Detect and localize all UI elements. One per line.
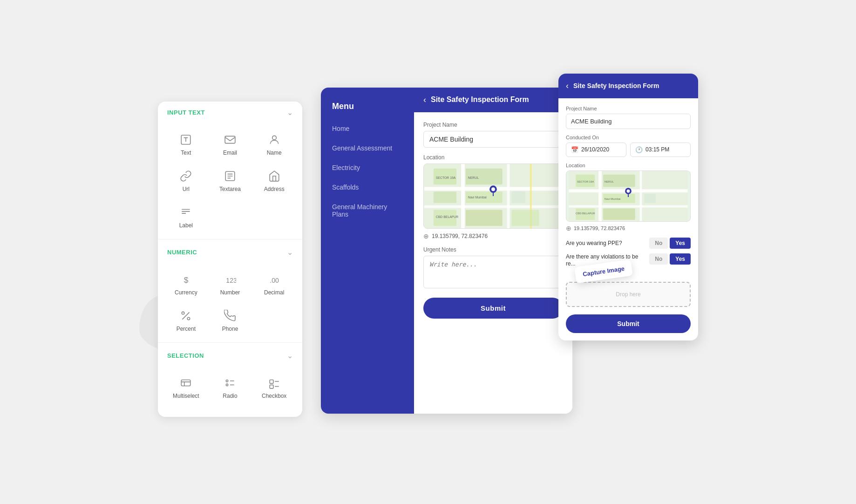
selection-grid: Multiselect Radio Checkbox — [158, 367, 302, 408]
svg-rect-28 — [434, 191, 456, 203]
widget-name-label: Name — [267, 150, 282, 156]
form-back-button[interactable]: ‹ — [423, 95, 426, 105]
widget-phone[interactable]: Phone — [210, 302, 251, 336]
menu-item-scaffolds[interactable]: Scaffolds — [321, 177, 414, 197]
date-value: 26/10/2020 — [581, 146, 609, 153]
svg-text:CBD BELAPUR: CBD BELAPUR — [436, 215, 459, 218]
mobile-project-name-input[interactable] — [566, 114, 691, 129]
violations-no-button[interactable]: No — [649, 253, 668, 265]
currency-icon: $ — [178, 272, 194, 287]
mobile-coords-text: 19.135799, 72.823476 — [574, 225, 625, 231]
widget-percent[interactable]: Percent — [165, 302, 207, 336]
svg-rect-48 — [603, 208, 635, 220]
ppe-yes-button[interactable]: Yes — [670, 238, 691, 249]
widget-checkbox-label: Checkbox — [262, 393, 286, 399]
mobile-form-header: ‹ Site Safety Inspection Form — [558, 74, 698, 98]
multiselect-icon — [178, 375, 194, 391]
location-map[interactable]: SECTOR 19A NERUL Navi Mumbai CBD BELAPUR — [423, 163, 563, 229]
svg-point-2 — [272, 136, 276, 140]
selection-section-header[interactable]: SELECTION ⌄ — [158, 345, 302, 367]
svg-text:.00: .00 — [270, 276, 279, 284]
textarea-icon — [222, 168, 238, 184]
widget-percent-label: Percent — [177, 326, 196, 332]
location-label: Location — [423, 154, 563, 161]
ppe-no-button[interactable]: No — [649, 238, 668, 249]
project-name-input[interactable] — [423, 131, 563, 148]
svg-text:CBD BELAPUR: CBD BELAPUR — [576, 212, 595, 215]
numeric-grid: $ Currency 123 Number .00 Decimal — [158, 263, 302, 341]
widget-text[interactable]: Text — [165, 126, 207, 160]
widget-url[interactable]: Url — [165, 163, 207, 196]
mobile-project-name-label: Project Name — [566, 106, 691, 111]
svg-rect-14 — [270, 380, 273, 383]
svg-point-50 — [627, 189, 630, 192]
capture-overlay: Capture Image Drop here — [566, 272, 691, 307]
drop-zone[interactable]: Drop here — [566, 282, 691, 307]
svg-rect-41 — [598, 171, 602, 221]
svg-point-8 — [188, 317, 190, 320]
label-icon — [178, 204, 194, 220]
svg-text:NERUL: NERUL — [605, 180, 614, 183]
widget-textarea[interactable]: Textarea — [210, 163, 251, 196]
widget-address[interactable]: Address — [253, 163, 295, 196]
numeric-title: NUMERIC — [167, 249, 197, 256]
widget-label[interactable]: Label — [165, 199, 207, 232]
svg-text:SECTOR 19A: SECTOR 19A — [436, 176, 456, 179]
widget-radio[interactable]: Radio — [210, 369, 251, 403]
mobile-location-map[interactable]: SECTOR 19A NERUL Navi Mumbai CBD BELAPUR — [566, 170, 691, 222]
mobile-back-button[interactable]: ‹ — [566, 81, 569, 91]
percent-icon — [178, 308, 194, 324]
widget-email[interactable]: Email — [210, 126, 251, 160]
widget-label-label: Label — [179, 222, 193, 229]
submit-button[interactable]: Submit — [423, 298, 563, 319]
widget-checkbox[interactable]: Checkbox — [253, 369, 295, 403]
svg-point-12 — [226, 384, 228, 386]
menu-item-general-machinery[interactable]: General Machinery Plans — [321, 197, 414, 224]
mobile-crosshair-icon: ⊕ — [566, 225, 571, 232]
svg-rect-16 — [270, 385, 273, 388]
menu-title: Menu — [321, 97, 414, 119]
input-text-section-header[interactable]: INPUT TEXT ⌄ — [158, 102, 302, 123]
widget-text-label: Text — [181, 150, 191, 156]
widget-number-label: Number — [220, 289, 240, 296]
mobile-location-label: Location — [566, 163, 691, 168]
menu-item-electricity[interactable]: Electricity — [321, 158, 414, 177]
widget-name[interactable]: Name — [253, 126, 295, 160]
ppe-buttons: No Yes — [649, 238, 691, 249]
svg-rect-40 — [569, 205, 687, 207]
capture-label: Capture Image — [582, 265, 625, 277]
form-header: ‹ Site Safety Inspection Form — [414, 88, 572, 112]
widget-textarea-label: Textarea — [219, 186, 241, 192]
email-icon — [222, 132, 238, 148]
date-input[interactable]: 📅 26/10/2020 — [566, 143, 626, 157]
input-text-grid: Text Email Name Url — [158, 123, 302, 237]
text-icon — [178, 132, 194, 148]
project-name-label: Project Name — [423, 122, 563, 128]
svg-text:Navi Mumbai: Navi Mumbai — [468, 195, 487, 198]
svg-text:123: 123 — [226, 276, 236, 284]
mobile-submit-button[interactable]: Submit — [566, 314, 691, 333]
mobile-panel: ‹ Site Safety Inspection Form Project Na… — [558, 74, 698, 341]
form-column: ‹ Site Safety Inspection Form Project Na… — [414, 88, 572, 414]
numeric-section-header[interactable]: NUMERIC ⌄ — [158, 241, 302, 263]
address-icon — [266, 168, 282, 184]
widget-multiselect[interactable]: Multiselect — [165, 369, 207, 403]
svg-rect-22 — [507, 164, 510, 228]
widget-number[interactable]: 123 Number — [210, 266, 251, 300]
time-input[interactable]: 🕐 03:15 PM — [630, 143, 691, 157]
svg-rect-46 — [644, 194, 656, 203]
menu-item-home[interactable]: Home — [321, 119, 414, 138]
calendar-icon: 📅 — [571, 146, 578, 153]
urgent-notes-textarea[interactable] — [423, 256, 563, 288]
widget-currency[interactable]: $ Currency — [165, 266, 207, 300]
violations-yes-button[interactable]: Yes — [670, 253, 691, 265]
menu-item-general-assessment[interactable]: General Assessment — [321, 138, 414, 158]
number-icon: 123 — [222, 272, 238, 287]
widget-currency-label: Currency — [175, 289, 197, 296]
mobile-form-body: Project Name Conducted On 📅 26/10/2020 🕐… — [558, 98, 698, 341]
crosshair-icon: ⊕ — [423, 232, 429, 240]
widget-decimal[interactable]: .00 Decimal — [253, 266, 295, 300]
widget-multiselect-label: Multiselect — [173, 393, 199, 399]
ppe-row: Are you wearing PPE? No Yes — [566, 238, 691, 249]
violations-buttons: No Yes — [649, 253, 691, 265]
